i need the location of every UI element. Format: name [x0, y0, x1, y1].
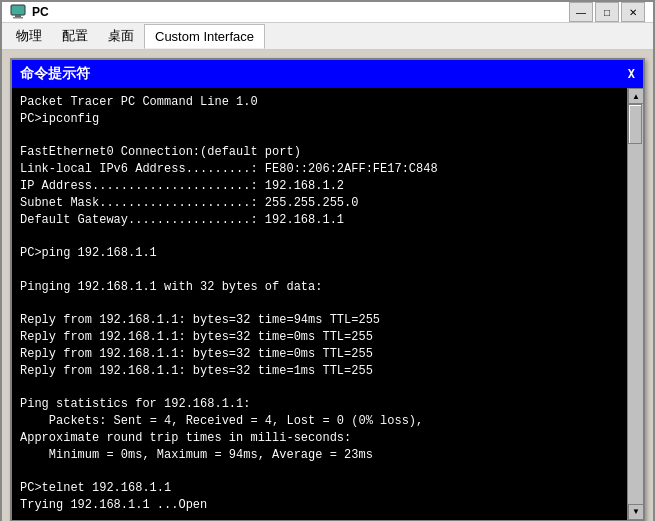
menu-item-physics[interactable]: 物理	[6, 23, 52, 49]
cmd-body: Packet Tracer PC Command Line 1.0 PC>ipc…	[12, 88, 643, 520]
close-button[interactable]: ✕	[621, 2, 645, 22]
cmd-close-button[interactable]: X	[628, 67, 635, 81]
svg-rect-2	[13, 17, 23, 19]
title-bar-controls: — □ ✕	[569, 2, 645, 22]
menu-item-desktop[interactable]: 桌面	[98, 23, 144, 49]
minimize-button[interactable]: —	[569, 2, 593, 22]
window-title: PC	[32, 5, 49, 19]
menu-bar: 物理 配置 桌面 Custom Interface	[2, 23, 653, 50]
cmd-title-bar: 命令提示符 X	[12, 60, 643, 88]
pc-icon	[10, 4, 26, 20]
maximize-button[interactable]: □	[595, 2, 619, 22]
scrollbar: ▲ ▼	[627, 88, 643, 520]
main-window: PC — □ ✕ 物理 配置 桌面 Custom Interface 命令提示符…	[0, 0, 655, 521]
cmd-window: 命令提示符 X Packet Tracer PC Command Line 1.…	[10, 58, 645, 521]
scrollbar-track	[628, 104, 643, 504]
menu-item-custom-interface[interactable]: Custom Interface	[144, 24, 265, 49]
cmd-title-text: 命令提示符	[20, 65, 90, 83]
title-bar: PC — □ ✕	[2, 2, 653, 23]
menu-item-config[interactable]: 配置	[52, 23, 98, 49]
terminal-output[interactable]: Packet Tracer PC Command Line 1.0 PC>ipc…	[12, 88, 627, 520]
svg-rect-0	[11, 5, 25, 15]
title-bar-left: PC	[10, 4, 49, 20]
scroll-up-button[interactable]: ▲	[628, 88, 643, 104]
scrollbar-thumb[interactable]	[628, 104, 642, 144]
scroll-down-button[interactable]: ▼	[628, 504, 643, 520]
svg-rect-1	[15, 15, 21, 17]
main-content: 命令提示符 X Packet Tracer PC Command Line 1.…	[2, 50, 653, 521]
